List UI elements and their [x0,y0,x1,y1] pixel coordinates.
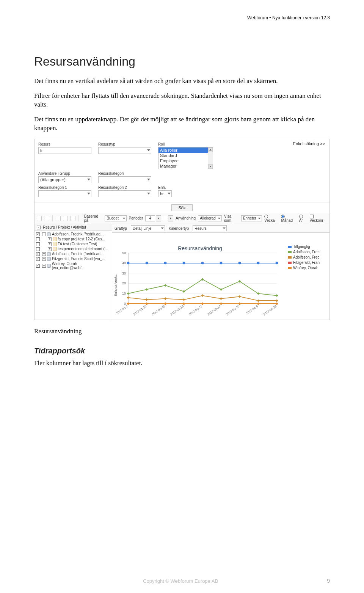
calendar-icon[interactable] [162,216,167,221]
perioder-next-button[interactable] [168,215,173,221]
svg-text:10: 10 [122,292,126,295]
roll-option-1[interactable]: Standard [158,153,213,158]
tree-row[interactable]: +Fitzgerald, Francis Scott (wa_... [36,256,110,261]
enh-value: hr. [160,191,165,196]
tree-checkbox[interactable] [36,232,40,236]
radio-vecka-label: Vecka [264,218,275,223]
svg-rect-47 [220,297,222,300]
svg-text:2012-01-30: 2012-01-30 [151,304,166,316]
listbox-scrollbar[interactable] [208,147,213,169]
simple-search-link[interactable]: Enkel sökning >> [293,141,325,146]
label-graftyp: Graftyp [115,226,127,231]
roll-option-0[interactable]: Alla roller [158,147,213,153]
tree-row[interactable]: +FA test (Customer Test) [36,242,110,246]
anvandning-dropdown[interactable]: Allokerad [198,215,222,221]
label-kalendertyp: Kalendertyp [169,226,189,231]
radio-ar[interactable]: År [299,214,308,223]
svg-text:Enheter/vecka: Enheter/vecka [114,275,118,296]
tree-item-label: Adolfsson, Fredrik [fredrik.ad... [52,232,104,236]
chart-icon[interactable] [63,216,68,221]
subsection-title: Tidrapportsök [34,347,330,355]
tree-checkbox[interactable] [36,242,40,246]
tree-checkbox[interactable] [36,247,40,251]
label-resurs: Resurs [38,142,91,146]
expand-icon[interactable]: + [48,242,52,246]
expand-icon[interactable]: + [48,237,52,241]
svg-rect-35 [164,284,166,287]
rk1-dropdown[interactable] [38,190,91,197]
chevron-down-icon [122,218,126,219]
kalendertyp-dropdown[interactable]: Resurs [193,225,227,231]
chevron-down-icon [218,218,221,219]
app-screenshot-figure: Enkel sökning >> Resurs Resurstyp Roll A… [34,139,330,320]
tree-row[interactable]: +testpercentcompleteimport (... [36,246,110,251]
visa-som-dropdown[interactable]: Enheter [241,215,262,221]
expand-icon[interactable]: + [42,257,46,261]
label-resurskategori: Resurskategori [98,171,151,176]
legend-item: Adolfsson, Frec [288,255,327,259]
enh-dropdown[interactable]: hr. [158,190,172,197]
visa-som-value: Enheter [243,216,256,220]
svg-text:2012-02-13: 2012-02-13 [169,304,184,316]
svg-rect-49 [257,299,259,302]
roll-listbox[interactable]: Alla roller Standard Employee Manager [158,147,213,169]
tree-checkbox[interactable] [36,237,40,241]
roll-option-2[interactable]: Employee [158,158,213,163]
collapse-icon[interactable] [44,216,49,221]
radio-vecka[interactable]: Vecka [264,214,279,223]
perioder-stepper: 4 [145,215,173,221]
tree-row[interactable]: +Adolfsson, Fredrik [fredrik.ad... [36,251,110,256]
expand-icon[interactable] [37,216,42,221]
refresh-icon[interactable] [70,216,75,221]
search-button[interactable]: Sök [171,204,193,211]
perioder-prev-button[interactable] [156,215,161,221]
svg-text:2012-01-2: 2012-01-2 [115,304,129,315]
svg-rect-50 [275,299,278,302]
baserad-value: Budget [107,216,119,220]
roll-option-3[interactable]: Manager [158,163,213,169]
checkbox-veckonr-label: Veckonr [310,218,323,223]
document-icon [53,247,56,251]
tree-row[interactable]: +Winfrey, Oprah (wa_editor@webf... [36,261,110,270]
filter-panel: Enkel sökning >> Resurs Resurstyp Roll A… [35,139,329,202]
graftyp-dropdown[interactable]: Detalj Linje [131,225,165,231]
collapse-all-icon[interactable]: - [37,226,41,229]
svg-rect-33 [127,292,129,295]
page-footer: Copyright © Webforum Europe AB 9 [34,578,330,584]
svg-rect-66 [238,303,241,305]
tree-checkbox[interactable] [36,257,40,261]
legend-label: Tillgänglig [293,245,310,249]
svg-point-24 [127,262,130,264]
resurstyp-dropdown[interactable] [98,147,151,154]
svg-text:50: 50 [122,251,126,255]
expand-icon[interactable]: + [42,264,46,268]
radio-manad-label: Månad [281,218,293,223]
expand-icon[interactable]: + [48,247,52,251]
baserad-dropdown[interactable]: Budget [105,215,126,221]
resurs-input[interactable] [38,147,91,154]
radio-manad[interactable]: Månad [281,214,297,223]
anv-grupp-dropdown[interactable]: (Alla grupper) [38,176,91,183]
chevron-down-icon [161,227,164,229]
resurskategori-dropdown[interactable] [98,176,151,183]
tree-checkbox[interactable] [36,264,40,268]
label-roll: Roll [158,142,213,146]
expand-icon[interactable]: + [42,252,46,256]
figure-caption: Resursanvändning [34,328,330,335]
person-icon [47,257,51,261]
tree-checkbox[interactable] [36,252,40,256]
checkbox-veckonr[interactable]: Veckonr [310,214,328,223]
scroll-up-icon[interactable] [208,147,213,152]
graftyp-value: Detalj Linje [133,226,151,231]
legend-label: Fitzgerald, Fran [293,260,320,265]
scroll-down-icon[interactable] [208,164,213,169]
tree-row[interactable]: -Adolfsson, Fredrik [fredrik.ad... [36,232,110,237]
tree-row[interactable]: +fa copy proj test 12-2 (Cus... [36,237,110,242]
perioder-value[interactable]: 4 [145,215,155,221]
label-visa-som: Visa som [224,214,239,223]
chart-toolbar: Graftyp Detalj Linje Kalendertyp Resurs [112,224,329,233]
grid-icon[interactable] [56,216,61,221]
expand-icon[interactable]: - [42,232,46,236]
rk2-dropdown[interactable] [98,190,151,197]
chevron-down-icon [258,218,261,219]
